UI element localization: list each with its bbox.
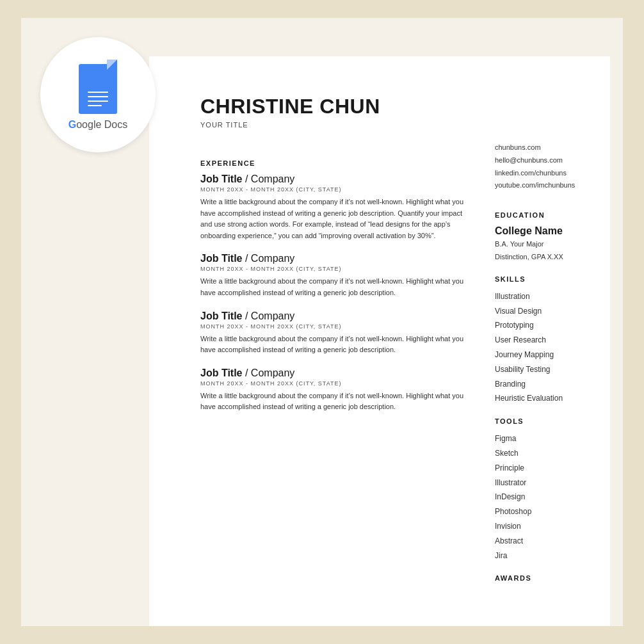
resume-title: YOUR TITLE: [200, 121, 572, 129]
resume-document: CHRISTINE CHUN YOUR TITLE EXPERIENCE Job…: [149, 56, 610, 626]
contact-email: hello@chunbuns.com: [495, 154, 575, 167]
job-block-2: Job Title / Company MONTH 20XX - MONTH 2…: [200, 253, 469, 298]
tool-2: Sketch: [495, 446, 575, 461]
job-title-2: Job Title / Company: [200, 253, 469, 264]
college-degree: B.A. Your Major: [495, 238, 575, 251]
resume-body: EXPERIENCE Job Title / Company MONTH 20X…: [200, 148, 572, 582]
skill-8: Heuristic Evaluation: [495, 391, 575, 406]
job-title-4: Job Title / Company: [200, 367, 469, 379]
job-date-3: MONTH 20XX - MONTH 20XX (CITY, STATE): [200, 323, 469, 330]
job-desc-1: Write a little background about the comp…: [200, 197, 469, 241]
education-section-title: EDUCATION: [495, 211, 575, 219]
tool-3: Principle: [495, 461, 575, 476]
resume-name: CHRISTINE CHUN: [200, 95, 572, 118]
skill-7: Branding: [495, 377, 575, 392]
contact-links: chunbuns.com hello@chunbuns.com linkedin…: [495, 141, 575, 192]
job-date-4: MONTH 20XX - MONTH 20XX (CITY, STATE): [200, 380, 469, 387]
experience-section-title: EXPERIENCE: [200, 159, 469, 167]
resume-header: CHRISTINE CHUN YOUR TITLE: [200, 88, 572, 129]
tool-4: Illustrator: [495, 476, 575, 490]
resume-right-column: chunbuns.com hello@chunbuns.com linkedin…: [495, 148, 575, 582]
google-docs-logo[interactable]: Google Docs: [40, 37, 156, 152]
skills-list: Illustration Visual Design Prototyping U…: [495, 289, 575, 406]
tools-section-title: TOOLS: [495, 417, 575, 425]
outer-wrapper: Google Docs CHRISTINE CHUN YOUR TITLE EX…: [21, 18, 623, 626]
college-distinction: Distinction, GPA X.XX: [495, 251, 575, 264]
contact-website: chunbuns.com: [495, 141, 575, 154]
skill-5: Journey Mapping: [495, 348, 575, 362]
college-name: College Name: [495, 225, 575, 237]
tool-9: Jira: [495, 549, 575, 563]
contact-youtube: youtube.com/imchunbuns: [495, 179, 575, 192]
docs-icon: [76, 60, 120, 114]
job-desc-4: Write a little background about the comp…: [200, 390, 469, 413]
skill-3: Prototyping: [495, 318, 575, 333]
job-title-3: Job Title / Company: [200, 310, 469, 322]
google-docs-label: Google Docs: [68, 119, 128, 131]
resume-left-column: EXPERIENCE Job Title / Company MONTH 20X…: [200, 148, 469, 582]
skills-section-title: SKILLS: [495, 275, 575, 283]
skill-2: Visual Design: [495, 304, 575, 319]
tools-list: Figma Sketch Principle Illustrator InDes…: [495, 431, 575, 563]
tool-5: InDesign: [495, 490, 575, 504]
job-block-3: Job Title / Company MONTH 20XX - MONTH 2…: [200, 310, 469, 356]
awards-section-title: AWARDS: [495, 574, 575, 582]
tool-1: Figma: [495, 431, 575, 446]
tool-6: Photoshop: [495, 504, 575, 519]
contact-linkedin: linkedin.com/chunbuns: [495, 167, 575, 180]
skill-6: Usability Testing: [495, 362, 575, 377]
job-desc-3: Write a little background about the comp…: [200, 334, 469, 356]
skill-1: Illustration: [495, 289, 575, 304]
tool-7: Invision: [495, 519, 575, 534]
job-block-1: Job Title / Company MONTH 20XX - MONTH 2…: [200, 173, 469, 241]
job-block-4: Job Title / Company MONTH 20XX - MONTH 2…: [200, 367, 469, 413]
skill-4: User Research: [495, 333, 575, 348]
tool-8: Abstract: [495, 534, 575, 549]
job-desc-2: Write a little background about the comp…: [200, 276, 469, 298]
job-title-1: Job Title / Company: [200, 173, 469, 185]
job-date-2: MONTH 20XX - MONTH 20XX (CITY, STATE): [200, 266, 469, 272]
job-date-1: MONTH 20XX - MONTH 20XX (CITY, STATE): [200, 186, 469, 193]
